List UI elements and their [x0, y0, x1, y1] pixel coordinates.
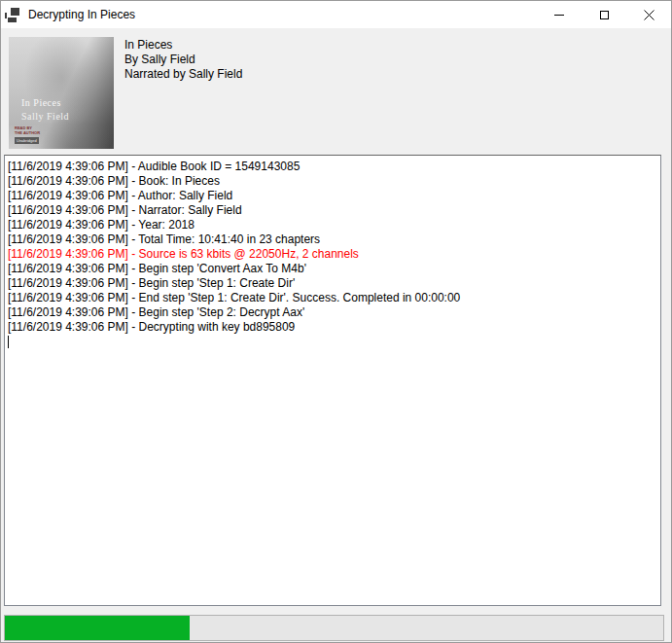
app-icon — [5, 7, 20, 22]
close-button[interactable] — [626, 1, 671, 28]
minimize-icon — [554, 15, 564, 16]
log-line: [11/6/2019 4:39:06 PM] - Narrator: Sally… — [8, 203, 657, 218]
window-title: Decrypting In Pieces — [28, 8, 537, 21]
log-line: [11/6/2019 4:39:06 PM] - Author: Sally F… — [8, 189, 657, 203]
caret-line — [8, 335, 657, 349]
cover-author-text: Sally Field — [21, 111, 69, 122]
caption-buttons — [537, 1, 671, 28]
minimize-button[interactable] — [537, 1, 582, 28]
log-lines: [11/6/2019 4:39:06 PM] - Audible Book ID… — [8, 160, 657, 335]
progress-bar-fill — [5, 616, 190, 640]
book-author: By Sally Field — [124, 53, 242, 67]
log-line: [11/6/2019 4:39:06 PM] - Begin step 'Ste… — [8, 305, 657, 320]
book-info: In Pieces By Sally Field Narrated by Sal… — [124, 38, 242, 82]
log-line: [11/6/2019 4:39:06 PM] - Book: In Pieces — [8, 174, 657, 189]
log-line: [11/6/2019 4:39:06 PM] - End step 'Step … — [8, 291, 657, 305]
book-title: In Pieces — [124, 38, 242, 53]
log-line: [11/6/2019 4:39:06 PM] - Year: 2018 — [8, 218, 657, 232]
cover-read-by-badge: READ BYTHE AUTHOR — [15, 125, 40, 135]
log-line: [11/6/2019 4:39:06 PM] - Begin step 'Ste… — [8, 276, 657, 291]
cover-edition-badge: Unabridged — [15, 137, 39, 144]
log-line: [11/6/2019 4:39:06 PM] - Audible Book ID… — [8, 160, 657, 174]
app-window: Decrypting In Pieces In Pieces Sally Fie… — [0, 0, 672, 643]
progress-bar — [4, 615, 664, 641]
maximize-button[interactable] — [582, 1, 626, 28]
close-icon — [644, 10, 654, 20]
log-textbox[interactable]: [11/6/2019 4:39:06 PM] - Audible Book ID… — [4, 155, 661, 606]
book-narrator: Narrated by Sally Field — [124, 67, 242, 82]
cover-title-text: In Pieces — [21, 97, 61, 108]
log-line: [11/6/2019 4:39:06 PM] - Decrypting with… — [8, 320, 657, 335]
maximize-icon — [600, 11, 609, 19]
log-line: [11/6/2019 4:39:06 PM] - Total Time: 10:… — [8, 232, 657, 247]
log-line: [11/6/2019 4:39:06 PM] - Begin step 'Con… — [8, 262, 657, 276]
text-caret — [8, 336, 9, 348]
log-line: [11/6/2019 4:39:06 PM] - Source is 63 kb… — [8, 247, 657, 262]
title-bar: Decrypting In Pieces — [1, 1, 671, 28]
book-cover-image: In Pieces Sally Field READ BYTHE AUTHOR … — [9, 37, 114, 149]
